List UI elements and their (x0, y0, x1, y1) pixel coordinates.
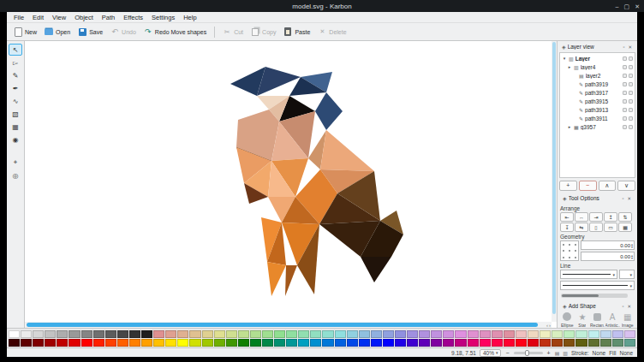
visibility-toggle[interactable] (623, 116, 627, 121)
color-swatch[interactable] (45, 339, 56, 347)
layer-row-path3917[interactable]: ✎path3917 (560, 88, 635, 97)
fit-width-icon[interactable]: ▥ (563, 350, 568, 356)
artwork-polygon[interactable] (315, 92, 343, 130)
color-swatch[interactable] (528, 330, 539, 338)
color-swatch[interactable] (347, 330, 358, 338)
visibility-toggle[interactable] (623, 56, 627, 61)
lock-toggle[interactable] (629, 91, 633, 95)
zoom-slider[interactable] (514, 352, 543, 354)
artwork-polygon[interactable] (285, 265, 297, 296)
shape-item-star[interactable]: ★Star (575, 312, 590, 328)
float-dock-icon[interactable]: ▫ (622, 45, 625, 50)
toolbar-paste-button[interactable]: Paste (280, 26, 313, 38)
color-swatch[interactable] (455, 339, 466, 347)
pattern-tool[interactable]: ▦ (9, 121, 22, 133)
vertical-scrollbar[interactable] (552, 41, 557, 322)
lock-toggle[interactable] (629, 56, 633, 61)
select-tool[interactable]: ↖ (9, 44, 22, 56)
layer-row-layer4[interactable]: ▸▥layer4 (560, 62, 635, 71)
color-swatch[interactable] (504, 339, 515, 347)
color-swatch[interactable] (455, 330, 466, 338)
color-swatch[interactable] (238, 330, 249, 338)
color-swatch[interactable] (93, 330, 104, 338)
color-swatch[interactable] (177, 339, 188, 347)
distribute-button[interactable]: ⇆ (575, 223, 588, 232)
color-swatch[interactable] (480, 330, 491, 338)
visibility-toggle[interactable] (623, 74, 627, 78)
toolbar-new-button[interactable]: New (10, 26, 40, 38)
color-swatch[interactable] (165, 339, 176, 347)
color-swatch[interactable] (153, 339, 164, 347)
color-swatch[interactable] (407, 339, 418, 347)
raise-shape-button[interactable]: ▯ (589, 223, 603, 232)
color-swatch[interactable] (105, 330, 116, 338)
menu-edit[interactable]: Edit (28, 13, 48, 22)
close-dock-icon[interactable]: ✕ (626, 196, 632, 201)
color-swatch[interactable] (624, 330, 635, 338)
color-swatch[interactable] (129, 339, 140, 347)
color-swatch[interactable] (564, 330, 575, 338)
color-swatch[interactable] (274, 330, 285, 338)
color-swatch[interactable] (93, 339, 104, 347)
color-swatch[interactable] (45, 330, 56, 338)
expander-icon[interactable]: ▸ (567, 64, 572, 69)
color-swatch[interactable] (9, 330, 20, 338)
pencil-tool[interactable]: ✎ (9, 69, 22, 81)
color-swatch[interactable] (57, 339, 68, 347)
color-swatch[interactable] (395, 339, 406, 347)
artwork-polygon[interactable] (361, 257, 391, 282)
color-swatch[interactable] (516, 330, 527, 338)
align-top-button[interactable]: ↥ (604, 212, 617, 222)
color-swatch[interactable] (322, 330, 333, 338)
color-swatch[interactable] (564, 339, 575, 347)
color-swatch[interactable] (624, 339, 635, 347)
color-swatch[interactable] (383, 339, 394, 347)
visibility-toggle[interactable] (623, 82, 627, 86)
color-swatch[interactable] (575, 339, 587, 347)
shape-item-rectan[interactable]: Rectan... (590, 312, 605, 328)
align-right-button[interactable]: ⇥ (589, 212, 603, 222)
color-swatch[interactable] (69, 330, 80, 338)
zoom-in-button[interactable]: + (546, 350, 552, 356)
color-swatch[interactable] (335, 330, 346, 338)
horizontal-scrollbar[interactable]: ‹ › (25, 322, 552, 328)
scroll-left-icon[interactable]: ‹ (546, 323, 548, 328)
color-swatch[interactable] (419, 330, 430, 338)
color-swatch[interactable] (141, 330, 152, 338)
gradient-tool[interactable]: ▧ (9, 108, 22, 120)
titlebar[interactable]: model.svg - Karbon – ▢ ✕ (0, 0, 644, 12)
vertical-scrollbar-thumb[interactable] (552, 42, 556, 314)
color-swatch[interactable] (552, 339, 563, 347)
color-swatch[interactable] (21, 339, 32, 347)
color-swatch[interactable] (9, 339, 20, 347)
maximize-icon[interactable]: ▢ (624, 3, 630, 9)
color-swatch[interactable] (286, 330, 297, 338)
color-swatch[interactable] (310, 330, 321, 338)
color-swatch[interactable] (468, 330, 479, 338)
spinner-arrows[interactable]: ▴▾ (631, 243, 633, 248)
visibility-toggle[interactable] (623, 91, 627, 95)
color-swatch[interactable] (540, 339, 551, 347)
layer-row-path3919[interactable]: ✎path3919 (560, 80, 635, 88)
dock-scrollbar-thumb[interactable] (562, 294, 599, 297)
color-swatch[interactable] (69, 339, 80, 347)
lock-toggle[interactable] (629, 125, 633, 129)
color-swatch[interactable] (202, 330, 213, 338)
color-swatch[interactable] (419, 339, 430, 347)
fill-value[interactable]: None (619, 350, 633, 356)
color-swatch[interactable] (57, 330, 68, 338)
spinner-arrows[interactable]: ▴▾ (631, 254, 633, 259)
delete-layer-button[interactable]: − (579, 181, 597, 191)
color-swatch[interactable] (575, 330, 587, 338)
layer-row-layer[interactable]: ▾▥Layer (560, 54, 635, 62)
shape-item-image[interactable]: ▦Image (620, 312, 635, 328)
toolbar-redo-move-shapes-button[interactable]: ↷Redo Move shapes (140, 26, 210, 38)
color-swatch[interactable] (153, 330, 164, 338)
zoom-tool[interactable]: ◎ (9, 169, 22, 181)
layer-row-g3957[interactable]: ▸▦g3957 (560, 122, 635, 131)
dock-scrollbar[interactable] (561, 294, 628, 298)
color-swatch[interactable] (588, 339, 599, 347)
color-swatch[interactable] (431, 339, 442, 347)
color-swatch[interactable] (588, 330, 599, 338)
color-swatch[interactable] (33, 330, 44, 338)
